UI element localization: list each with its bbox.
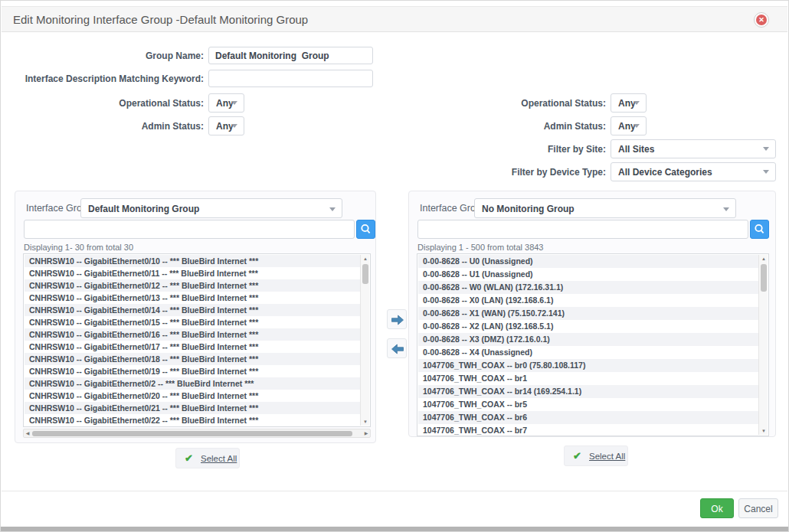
edit-monitoring-interface-group-dialog: Edit Monitoring Interface Group -Default… <box>0 0 789 532</box>
scroll-down-icon[interactable]: ▼ <box>361 418 370 426</box>
page-edge-strip <box>1 527 788 531</box>
cancel-button[interactable]: Cancel <box>738 498 778 518</box>
list-item[interactable]: 0-00-8628 -- U1 (Unassigned) <box>418 268 758 281</box>
admin-status-select-left[interactable]: Any <box>208 116 244 135</box>
interface-list-left: CNHRSW10 -- GigabitEthernet0/10 -- *** B… <box>23 253 371 427</box>
list-item[interactable]: CNHRSW10 -- GigabitEthernet0/17 -- *** B… <box>25 341 360 353</box>
scroll-up-icon[interactable]: ▲ <box>361 255 370 263</box>
vertical-scrollbar-right[interactable]: ▲ ▼ <box>758 255 768 435</box>
dialog-title: Edit Monitoring Interface Group -Default… <box>13 13 308 26</box>
list-item[interactable]: CNHRSW10 -- GigabitEthernet0/13 -- *** B… <box>25 292 360 304</box>
chevron-down-icon <box>231 124 237 128</box>
list-item[interactable]: 0-00-8628 -- X4 (Unassigned) <box>418 346 758 359</box>
close-button[interactable]: ✕ <box>754 12 769 28</box>
list-item[interactable]: 1047706_TWH_COAX -- br1 <box>418 372 758 385</box>
admin-status-label-right: Admin Status: <box>407 121 606 132</box>
interface-group-select-right[interactable]: No Monitoring Group <box>474 198 736 218</box>
keyword-input[interactable] <box>208 70 373 87</box>
check-icon: ✔ <box>573 450 581 462</box>
operational-status-label-left: Operational Status: <box>5 98 204 109</box>
move-left-button[interactable] <box>387 338 407 358</box>
dialog-titlebar: Edit Monitoring Interface Group -Default… <box>2 6 787 32</box>
list-item[interactable]: CNHRSW10 -- GigabitEthernet0/15 -- *** B… <box>25 316 360 328</box>
admin-status-select-right[interactable]: Any <box>611 116 647 135</box>
displaying-count-left: Displaying 1- 30 from total 30 <box>24 243 133 252</box>
list-item[interactable]: 0-00-8628 -- W0 (WLAN) (172.16.31.1) <box>418 281 758 294</box>
move-right-button[interactable] <box>387 309 407 329</box>
chevron-down-icon <box>763 147 769 151</box>
horizontal-scrollbar-left[interactable]: ◀ ▶ <box>23 429 371 438</box>
group-name-label: Group Name: <box>5 51 204 61</box>
list-item[interactable]: 0-00-8628 -- U0 (Unassigned) <box>418 255 758 268</box>
group-name-input[interactable] <box>208 47 373 64</box>
chevron-down-icon <box>329 207 336 211</box>
admin-status-label-left: Admin Status: <box>5 121 204 132</box>
list-item[interactable]: 0-00-8628 -- X2 (LAN) (192.168.5.1) <box>418 320 758 333</box>
scroll-left-icon[interactable]: ◀ <box>24 429 31 437</box>
list-item[interactable]: 0-00-8628 -- X1 (WAN) (75.150.72.141) <box>418 307 758 320</box>
operational-status-label-right: Operational Status: <box>407 98 606 109</box>
check-icon: ✔ <box>185 452 193 464</box>
chevron-down-icon <box>723 207 729 211</box>
filter-by-site-label: Filter by Site: <box>407 144 606 155</box>
filter-by-site-select[interactable]: All Sites <box>611 139 776 158</box>
list-item[interactable]: 1047706_TWH_COAX -- br0 (75.80.108.117) <box>418 359 758 372</box>
operational-status-select-left[interactable]: Any <box>208 93 244 113</box>
chevron-down-icon <box>633 124 640 128</box>
list-item[interactable]: 1047706_TWH_COAX -- br6 <box>418 411 758 424</box>
list-item[interactable]: CNHRSW10 -- GigabitEthernet0/21 -- *** B… <box>25 402 360 414</box>
scroll-up-icon[interactable]: ▲ <box>759 255 768 263</box>
list-item[interactable]: CNHRSW10 -- GigabitEthernet0/18 -- *** B… <box>25 353 360 365</box>
list-item[interactable]: CNHRSW10 -- GigabitEthernet0/12 -- *** B… <box>25 279 360 292</box>
list-item[interactable]: 0-00-8628 -- X0 (LAN) (192.168.6.1) <box>418 294 758 307</box>
list-item[interactable]: 1047706_TWH_COAX -- br5 <box>418 398 758 411</box>
left-interface-panel: Interface Group Default Monitoring Group… <box>15 191 376 443</box>
chevron-down-icon <box>231 101 237 105</box>
list-item[interactable]: 0-00-8628 -- X3 (DMZ) (172.16.0.1) <box>418 333 758 346</box>
list-item[interactable]: 1047706_TWH_COAX -- br7 <box>418 424 758 435</box>
select-all-button-right[interactable]: ✔ Select All <box>564 446 628 466</box>
list-item[interactable]: CNHRSW10 -- GigabitEthernet0/22 -- *** B… <box>25 414 360 426</box>
chevron-down-icon <box>633 101 640 105</box>
right-interface-panel: Interface Group No Monitoring Group Disp… <box>408 191 776 437</box>
list-item[interactable]: CNHRSW10 -- GigabitEthernet0/16 -- *** B… <box>25 328 360 341</box>
operational-status-select-right[interactable]: Any <box>611 93 647 113</box>
list-item[interactable]: CNHRSW10 -- GigabitEthernet0/11 -- *** B… <box>25 267 360 279</box>
filter-by-device-type-label: Filter by Device Type: <box>407 167 606 178</box>
list-item[interactable]: CNHRSW10 -- GigabitEthernet0/10 -- *** B… <box>25 255 360 267</box>
select-all-button-left[interactable]: ✔ Select All <box>175 448 240 468</box>
search-input-left[interactable] <box>24 220 355 239</box>
interface-list-right: 0-00-8628 -- U0 (Unassigned)0-00-8628 --… <box>417 253 769 436</box>
displaying-count-right: Displaying 1 - 500 from total 3843 <box>417 243 543 252</box>
vertical-scrollbar-left[interactable]: ▲ ▼ <box>360 255 369 426</box>
scroll-right-icon[interactable]: ▶ <box>362 429 370 437</box>
keyword-label: Interface Description Matching Keyword: <box>5 73 204 84</box>
chevron-down-icon <box>763 170 769 174</box>
list-item[interactable]: CNHRSW10 -- GigabitEthernet0/19 -- *** B… <box>25 365 360 377</box>
search-input-right[interactable] <box>417 220 748 239</box>
filter-by-device-type-select[interactable]: All Device Categories <box>611 162 776 181</box>
search-icon <box>751 220 768 238</box>
search-button-left[interactable] <box>356 220 375 239</box>
list-item[interactable]: 1047706_TWH_COAX -- br14 (169.254.1.1) <box>418 385 758 398</box>
list-item[interactable]: CNHRSW10 -- GigabitEthernet0/2 -- *** Bl… <box>25 377 360 390</box>
arrow-left-icon <box>390 341 405 357</box>
search-button-right[interactable] <box>750 220 769 239</box>
list-item[interactable]: CNHRSW10 -- GigabitEthernet0/14 -- *** B… <box>25 304 360 316</box>
list-item[interactable]: CNHRSW10 -- GigabitEthernet0/20 -- *** B… <box>25 390 360 402</box>
scroll-down-icon[interactable]: ▼ <box>759 427 768 435</box>
footer-divider <box>2 491 787 491</box>
search-icon <box>357 220 375 238</box>
close-icon: ✕ <box>756 15 767 25</box>
interface-group-select-left[interactable]: Default Monitoring Group <box>80 198 342 218</box>
arrow-right-icon <box>390 312 405 328</box>
ok-button[interactable]: Ok <box>700 498 734 518</box>
